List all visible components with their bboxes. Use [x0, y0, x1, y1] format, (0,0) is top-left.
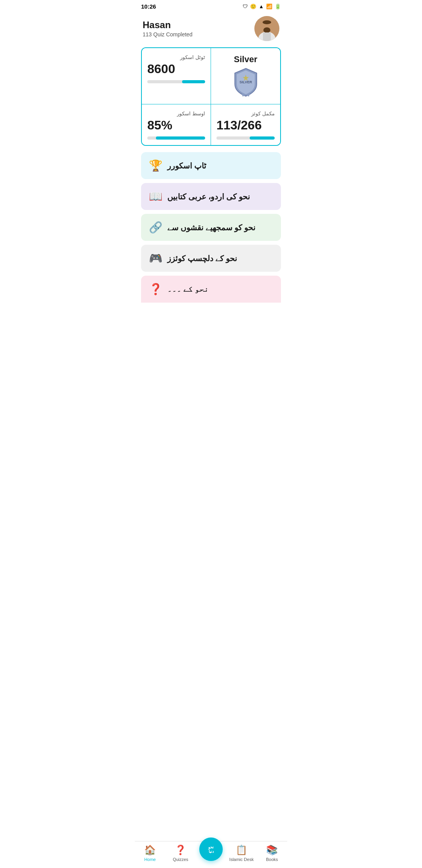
top-scorer-text: ٹاپ اسکورر	[167, 161, 206, 170]
svg-rect-5	[263, 32, 271, 41]
wifi-icon: ▲	[259, 4, 264, 9]
completed-cell: مکمل کوئز 113/266	[211, 104, 280, 145]
total-score-cell: ٹوٹل اسکور 8600	[142, 48, 211, 104]
avatar	[254, 16, 279, 41]
total-score-value: 8600	[147, 62, 205, 76]
books-text: نحو کی اردو، عربی کتابیں	[167, 192, 250, 201]
shield-icon: 🛡	[243, 4, 248, 9]
partial-text: نحو کے ۔۔۔	[167, 285, 209, 294]
svg-point-4	[263, 20, 271, 24]
battery-icon: 🔋	[275, 4, 281, 9]
menu-card-diagrams[interactable]: نحو کو سمجھیے نقشوں سے 🔗	[141, 214, 281, 241]
completed-value: 113/266	[216, 118, 275, 133]
status-time: 10:26	[141, 3, 156, 10]
quiz-icon: 🎮	[149, 252, 163, 265]
avatar-image	[254, 16, 279, 41]
total-score-progress-fill	[182, 80, 205, 83]
silver-badge-cell: Silver SILVER	[211, 48, 280, 104]
completed-progress-bg	[216, 136, 275, 140]
status-bar: 10:26 🛡 🙂 ▲ 📶 🔋	[135, 0, 287, 11]
avg-score-cell: اوسط اسکور 85%	[142, 104, 211, 145]
badge-title: Silver	[216, 54, 275, 65]
completed-progress-fill	[250, 136, 275, 140]
smiley-icon: 🙂	[250, 4, 256, 9]
total-score-progress-bg	[147, 80, 205, 83]
header-text: Hasan 113 Quiz Completed	[143, 20, 193, 38]
svg-text:SILVER: SILVER	[240, 80, 252, 84]
svg-point-3	[263, 27, 270, 33]
silver-badge-icon: SILVER	[232, 68, 259, 97]
signal-icon: 📶	[266, 4, 272, 9]
menu-card-top-scorer[interactable]: ٹاپ اسکورر 🏆	[141, 152, 281, 179]
menu-card-interesting-quizzes[interactable]: نحو کے دلچسپ کوئزز 🎮	[141, 245, 281, 272]
completed-label: مکمل کوئز	[216, 111, 275, 117]
book-icon: 📖	[149, 190, 163, 203]
avg-score-value: 85%	[147, 118, 205, 133]
header: Hasan 113 Quiz Completed	[135, 11, 287, 47]
stats-grid: ٹوٹل اسکور 8600 Silver SILVER اوسط اسکور…	[141, 47, 281, 146]
interesting-quizzes-text: نحو کے دلچسپ کوئزز	[167, 254, 237, 263]
avg-score-progress-bg	[147, 136, 205, 140]
total-score-label: ٹوٹل اسکور	[147, 54, 205, 60]
network-icon: 🔗	[149, 221, 163, 234]
menu-section: ٹاپ اسکورر 🏆 نحو کی اردو، عربی کتابیں 📖 …	[135, 146, 287, 342]
badge-svg: SILVER	[232, 68, 259, 97]
avg-score-progress-fill	[156, 136, 205, 140]
help-icon: ❓	[149, 283, 163, 296]
avg-score-label: اوسط اسکور	[147, 111, 205, 117]
quiz-count: 113 Quiz Completed	[143, 31, 193, 38]
status-icons: 🛡 🙂 ▲ 📶 🔋	[243, 4, 281, 9]
menu-card-partial[interactable]: نحو کے ۔۔۔ ❓	[141, 276, 281, 303]
user-name: Hasan	[143, 20, 193, 30]
trophy-icon: 🏆	[149, 159, 163, 172]
menu-card-books[interactable]: نحو کی اردو، عربی کتابیں 📖	[141, 183, 281, 210]
diagrams-text: نحو کو سمجھیے نقشوں سے	[167, 223, 256, 232]
